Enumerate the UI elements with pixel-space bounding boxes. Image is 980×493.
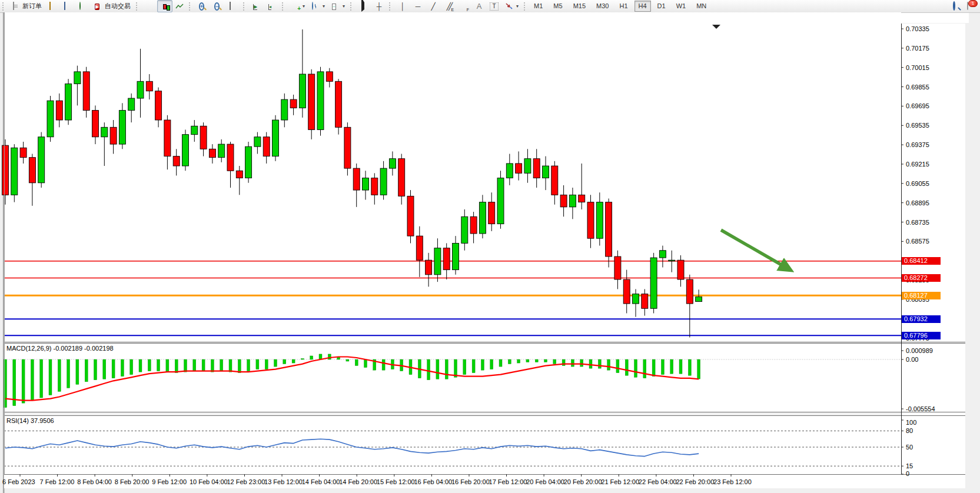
price-line-label[interactable]: 0.67796 — [902, 332, 941, 339]
svg-text:15 Feb 12:00: 15 Feb 12:00 — [377, 478, 415, 485]
svg-text:0.69055: 0.69055 — [906, 180, 929, 187]
svg-text:0.70015: 0.70015 — [906, 64, 929, 71]
svg-text:0.69375: 0.69375 — [906, 141, 929, 148]
svg-text:20 Feb 04:00: 20 Feb 04:00 — [526, 478, 564, 485]
svg-text:16 Feb 04:00: 16 Feb 04:00 — [414, 478, 452, 485]
svg-text:7 Feb 12:00: 7 Feb 12:00 — [40, 478, 75, 485]
svg-text:21 Feb 12:00: 21 Feb 12:00 — [601, 478, 639, 485]
price-line-label[interactable]: 0.68127 — [902, 292, 941, 299]
svg-text:0.69215: 0.69215 — [906, 161, 929, 168]
svg-text:13 Feb 12:00: 13 Feb 12:00 — [264, 478, 303, 485]
svg-text:0.000989: 0.000989 — [906, 347, 933, 354]
svg-text:0.69855: 0.69855 — [906, 84, 929, 91]
svg-text:15: 15 — [906, 462, 913, 469]
svg-text:0.00: 0.00 — [906, 356, 918, 363]
svg-text:22 Feb 04:00: 22 Feb 04:00 — [639, 478, 677, 485]
svg-text:6 Feb 2023: 6 Feb 2023 — [2, 478, 35, 485]
svg-text:-0.005554: -0.005554 — [906, 405, 935, 412]
svg-text:12 Feb 23:00: 12 Feb 23:00 — [227, 478, 265, 485]
svg-text:16 Feb 20:00: 16 Feb 20:00 — [451, 478, 490, 485]
chart-canvas[interactable]: 0.703350.701750.700150.698550.696950.695… — [0, 0, 980, 493]
svg-text:22 Feb 20:00: 22 Feb 20:00 — [676, 478, 714, 485]
svg-text:80: 80 — [906, 427, 913, 434]
svg-text:10 Feb 04:00: 10 Feb 04:00 — [190, 478, 228, 485]
svg-text:0.69695: 0.69695 — [906, 102, 929, 109]
terminal-window: 新订单 ▶ 自动交易 + − ▶ ◂ + ▾ ▾ ~ ▾ — [0, 0, 980, 493]
svg-text:14 Feb 04:00: 14 Feb 04:00 — [302, 478, 340, 485]
macd-label: MACD(12,26,9) -0.002189 -0.002198 — [6, 345, 114, 352]
svg-text:8 Feb 20:00: 8 Feb 20:00 — [115, 478, 150, 485]
svg-text:9 Feb 12:00: 9 Feb 12:00 — [152, 478, 187, 485]
price-line-label[interactable]: 0.68272 — [902, 274, 941, 282]
svg-text:50: 50 — [906, 444, 913, 451]
svg-text:0.69535: 0.69535 — [906, 122, 929, 129]
svg-text:0.68575: 0.68575 — [906, 238, 929, 245]
rsi-label: RSI(14) 37.9506 — [6, 417, 54, 424]
svg-text:0.68735: 0.68735 — [906, 219, 929, 226]
svg-text:100: 100 — [906, 419, 916, 426]
svg-text:17 Feb 12:00: 17 Feb 12:00 — [489, 478, 527, 485]
svg-text:0.70175: 0.70175 — [906, 45, 929, 52]
svg-text:0.70335: 0.70335 — [906, 25, 929, 32]
price-line-label[interactable]: 0.68412 — [902, 257, 941, 265]
svg-text:14 Feb 20:00: 14 Feb 20:00 — [339, 478, 377, 485]
price-line-label[interactable]: 0.67932 — [902, 315, 941, 323]
svg-text:0.68895: 0.68895 — [906, 199, 929, 206]
svg-text:23 Feb 12:00: 23 Feb 12:00 — [713, 478, 752, 485]
svg-text:8 Feb 04:00: 8 Feb 04:00 — [77, 478, 112, 485]
svg-text:20 Feb 20:00: 20 Feb 20:00 — [564, 478, 602, 485]
svg-text:0: 0 — [906, 470, 909, 477]
